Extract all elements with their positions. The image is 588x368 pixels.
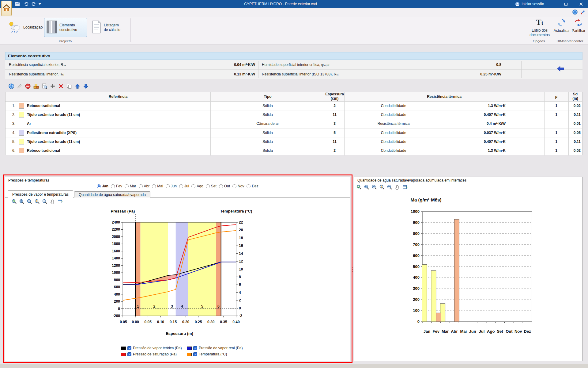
zoom-in-icon[interactable]	[371, 184, 377, 190]
month-radio-out[interactable]: Out	[219, 184, 230, 188]
tab-pressoes-vapor[interactable]: Pressões de vapor e temperaturas	[8, 190, 73, 197]
zoom-out-icon[interactable]	[42, 199, 48, 205]
radio-icon	[191, 184, 195, 188]
arrow-up-icon[interactable]	[74, 83, 81, 89]
month-radio-jun[interactable]: Jun	[166, 184, 177, 188]
cell-sd: 0.02	[568, 102, 581, 110]
column-header-sd: Sd(m)	[568, 92, 582, 101]
app-menu-button[interactable]	[1, 1, 12, 16]
column-divider	[544, 92, 545, 155]
svg-text:0.10: 0.10	[157, 320, 164, 324]
svg-text:Ago: Ago	[487, 329, 495, 334]
minimize-button[interactable]	[545, 0, 557, 8]
arrow-down-icon[interactable]	[83, 83, 89, 89]
cell-referencia: Ar	[27, 119, 209, 128]
globe-icon[interactable]	[572, 9, 578, 15]
series-checkbox[interactable]	[193, 352, 197, 356]
svg-text:500: 500	[413, 264, 420, 269]
layer-row[interactable]: 5. Tijolo cerâmico furado (11 cm) Sólida…	[6, 137, 582, 146]
layer-row[interactable]: 3. Ar Câmara de ar 3 Resistência térmica…	[6, 119, 582, 128]
pencil-icon[interactable]	[17, 83, 23, 89]
sign-in-button[interactable]: Iniciar sessão	[515, 0, 544, 8]
cell-resistencia-label: Condutibilidade	[344, 102, 443, 110]
globe-icon[interactable]	[8, 83, 14, 89]
zoom-in-icon[interactable]	[27, 199, 32, 205]
ribbon-button-elemento-construtivo[interactable]: Elemento construtivo	[44, 18, 87, 37]
month-radio-abr[interactable]: Abr	[139, 184, 150, 188]
month-radio-jan[interactable]: Jan	[97, 184, 108, 188]
series-label: Pressão de saturação (Pa)	[133, 352, 177, 356]
tab-quantidade-agua[interactable]: Quantidade de água saturada/evaporada	[74, 191, 150, 197]
no-entry-icon[interactable]	[25, 83, 31, 89]
month-label: Fev	[116, 184, 122, 188]
svg-text:0: 0	[417, 319, 420, 324]
svg-text:1400: 1400	[112, 256, 120, 260]
panel-splitter[interactable]	[351, 263, 353, 275]
save-icon[interactable]	[15, 1, 20, 7]
zoom-window-icon[interactable]	[19, 199, 25, 205]
month-radio-ago[interactable]: Ago	[191, 184, 203, 188]
svg-text:Mai: Mai	[460, 329, 467, 334]
ribbon-button-localizacao[interactable]: Localização	[6, 18, 43, 37]
series-checkbox[interactable]	[127, 352, 131, 356]
cell-resistencia-value: 0.407 W/m·K	[443, 137, 506, 146]
cell-mu: 1	[544, 128, 568, 137]
cell-espessura: 3	[325, 119, 344, 128]
radio-icon	[179, 184, 183, 188]
layer-row[interactable]: 1. Reboco tradicional Sólida 2 Condutibi…	[6, 102, 582, 110]
cell-referencia: Reboco tradicional	[27, 102, 209, 110]
redo-icon[interactable]	[31, 1, 36, 7]
pan-icon[interactable]	[394, 184, 400, 190]
month-radio-set[interactable]: Set	[206, 184, 217, 188]
month-radio-mar[interactable]: Mar	[125, 184, 136, 188]
pan-icon[interactable]	[50, 199, 55, 205]
sheet-magnifier-icon[interactable]	[41, 83, 47, 89]
zoom-page-icon[interactable]	[379, 184, 385, 190]
month-radio-mai[interactable]: Mai	[152, 184, 163, 188]
month-radio-jul[interactable]: Jul	[179, 184, 189, 188]
ribbon-button-listagem-calculo[interactable]: Listagem de cálculo	[89, 18, 130, 37]
layer-row[interactable]: 6. Reboco tradicional Sólida 2 Condutibi…	[6, 146, 582, 155]
month-radio-dez[interactable]: Dez	[247, 184, 258, 188]
zoom-out-icon[interactable]	[387, 184, 393, 190]
undo-icon[interactable]	[24, 1, 29, 7]
row-number: 6.	[6, 146, 17, 155]
month-radio-fev[interactable]: Fev	[111, 184, 122, 188]
toolbar-options-caret-icon[interactable]	[39, 3, 41, 5]
export-icon[interactable]	[57, 199, 63, 205]
layer-row[interactable]: 4. Poliestireno extrudido (XPS) Sólida 5…	[6, 128, 582, 137]
layer-row[interactable]: 2. Tijolo cerâmico furado (11 cm) Sólida…	[6, 110, 582, 119]
legend-column: Pressão de vapor real (Pa)Temperatura (°…	[187, 345, 243, 357]
maximize-button[interactable]	[560, 0, 572, 8]
ribbon-button-estilo-documentos[interactable]: Tt Estilo dos documentos	[527, 18, 552, 37]
series-checkbox[interactable]	[127, 346, 131, 350]
zoom-reset-icon[interactable]	[11, 199, 17, 205]
ribbon-button-actualizar[interactable]: Actualizar	[553, 18, 570, 37]
cell-tipo: Sólida	[210, 110, 325, 119]
cell-referencia: Tijolo cerâmico furado (11 cm)	[27, 137, 209, 146]
plus-icon[interactable]	[50, 83, 56, 89]
svg-text:16: 16	[239, 243, 243, 248]
ribbon-label: Partilhar	[572, 29, 586, 33]
zoom-page-icon[interactable]	[34, 199, 40, 205]
zoom-window-icon[interactable]	[364, 184, 370, 190]
month-radio-nov[interactable]: Nov	[232, 184, 244, 188]
paintbrush-icon[interactable]	[580, 9, 586, 15]
blocks-icon[interactable]	[33, 83, 39, 89]
svg-text:18: 18	[239, 236, 243, 240]
column-header-referencia: Referência	[27, 92, 209, 101]
cell-resistencia-value: 0.037 W/m·K	[443, 128, 506, 137]
ribbon-button-partilhar[interactable]: Partilhar	[570, 18, 587, 37]
water-quantity-chart[interactable]: Ma (g/m²·Mês)010020030040050060070080090…	[354, 194, 582, 341]
pressures-temperatures-panel: Pressões e temperaturas JanFevMarAbrMaiJ…	[5, 177, 350, 361]
close-button[interactable]	[575, 0, 587, 8]
series-checkbox[interactable]	[193, 346, 197, 350]
radio-icon	[232, 184, 236, 188]
copy-icon[interactable]	[66, 83, 72, 89]
svg-text:0: 0	[239, 306, 241, 310]
export-icon[interactable]	[402, 184, 408, 190]
zoom-reset-icon[interactable]	[356, 184, 362, 190]
back-arrow-button[interactable]	[556, 66, 566, 72]
delete-x-icon[interactable]	[58, 83, 64, 89]
pressure-temperature-chart[interactable]: Pressão (Pa)Temperatura (°C)Espessura (m…	[5, 206, 350, 344]
